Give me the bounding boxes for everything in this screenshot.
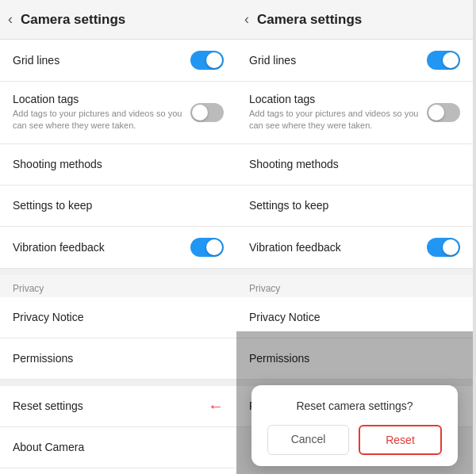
location-tags-toggle-left[interactable] [190, 103, 224, 122]
list-item[interactable]: Settings to keep [0, 185, 236, 227]
list-item[interactable]: Shooting methods [236, 144, 473, 185]
list-item[interactable]: About Camera [0, 427, 236, 468]
cancel-button[interactable]: Cancel [267, 425, 349, 455]
section-divider [0, 269, 236, 275]
list-item[interactable]: Vibration feedback [236, 227, 473, 269]
right-back-button[interactable]: ‹ [244, 11, 249, 28]
privacy-section-label: Privacy [0, 275, 236, 297]
vibration-toggle-left[interactable] [190, 238, 224, 257]
privacy-section-label-right: Privacy [236, 275, 473, 297]
grid-lines-toggle-right[interactable] [427, 51, 460, 70]
list-item[interactable]: Privacy Notice [0, 297, 236, 338]
list-item[interactable]: Location tags Add tags to your pictures … [236, 82, 473, 144]
left-header-title: Camera settings [21, 12, 125, 28]
left-panel: ‹ Camera settings Grid lines Location ta… [0, 0, 236, 474]
left-settings-list: Grid lines Location tags Add tags to you… [0, 40, 236, 474]
toggle-knob [192, 105, 208, 120]
list-item[interactable]: Grid lines [236, 40, 473, 82]
reset-settings-item-left[interactable]: Reset settings ← [0, 386, 236, 427]
dialog-buttons: Cancel Reset [267, 425, 442, 455]
list-item[interactable]: Grid lines [0, 40, 236, 82]
reset-dialog: Reset camera settings? Cancel Reset [251, 385, 458, 466]
left-back-button[interactable]: ‹ [8, 11, 13, 28]
dialog-overlay: Reset camera settings? Cancel Reset [236, 331, 473, 474]
list-item[interactable]: Settings to keep [236, 185, 473, 227]
vibration-toggle-right[interactable] [427, 238, 460, 257]
grid-lines-toggle-left[interactable] [190, 51, 224, 70]
list-item[interactable]: Location tags Add tags to your pictures … [0, 82, 236, 144]
reset-button[interactable]: Reset [359, 425, 442, 455]
section-divider [0, 380, 236, 386]
list-item[interactable]: Shooting methods [0, 144, 236, 185]
right-panel: ‹ Camera settings Grid lines Location ta… [236, 0, 473, 474]
toggle-knob [206, 52, 222, 68]
toggle-knob [443, 52, 459, 68]
toggle-knob [206, 239, 222, 255]
left-header: ‹ Camera settings [0, 0, 236, 40]
reset-arrow-icon: ← [208, 397, 224, 415]
right-header-title: Camera settings [257, 12, 362, 28]
dialog-title: Reset camera settings? [267, 399, 442, 412]
section-divider [236, 269, 473, 275]
toggle-knob [443, 239, 459, 255]
list-item[interactable]: Contact us [0, 468, 236, 474]
toggle-knob [428, 105, 444, 120]
list-item[interactable]: Permissions [0, 338, 236, 380]
right-header: ‹ Camera settings [236, 0, 473, 40]
list-item[interactable]: Vibration feedback [0, 227, 236, 269]
location-tags-toggle-right[interactable] [427, 103, 460, 122]
